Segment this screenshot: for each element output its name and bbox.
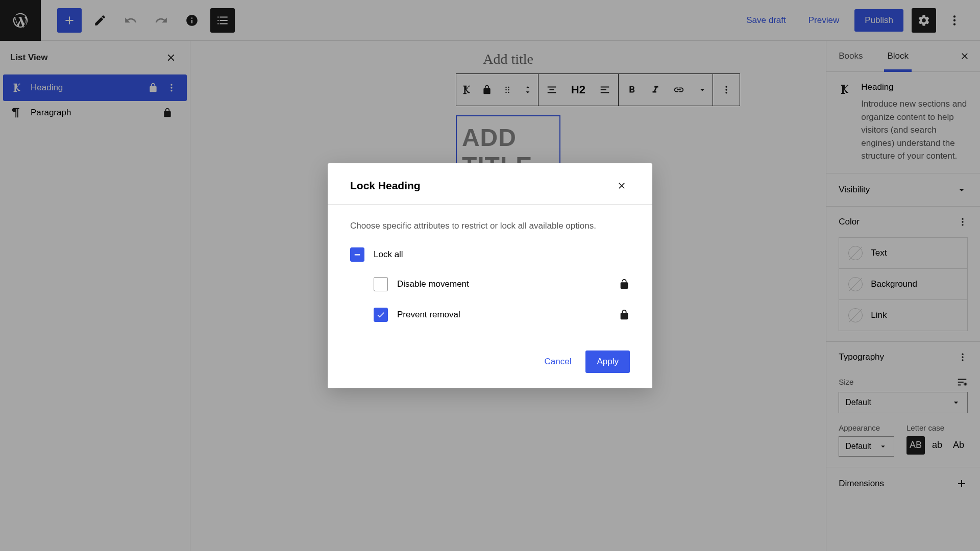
lock-icon <box>619 309 630 320</box>
disable-movement-checkbox[interactable] <box>374 277 388 291</box>
modal-backdrop: Lock Heading Choose specific attributes … <box>0 0 980 551</box>
modal-footer: Cancel Apply <box>328 350 652 388</box>
svg-rect-21 <box>355 254 360 255</box>
indeterminate-icon <box>353 250 362 259</box>
apply-button[interactable]: Apply <box>585 350 630 373</box>
disable-movement-label: Disable movement <box>397 279 609 289</box>
modal-title: Lock Heading <box>350 180 421 192</box>
check-icon <box>376 310 385 319</box>
modal-desc: Choose specific attributes to restrict o… <box>350 221 630 231</box>
modal-body: Choose specific attributes to restrict o… <box>328 205 652 350</box>
lock-all-label: Lock all <box>374 249 403 260</box>
disable-movement-row: Disable movement <box>350 277 630 291</box>
lock-all-row: Lock all <box>350 247 630 262</box>
cancel-button[interactable]: Cancel <box>541 350 576 373</box>
modal-close-button[interactable] <box>614 178 630 194</box>
modal-header: Lock Heading <box>328 163 652 205</box>
close-icon <box>617 181 627 191</box>
lock-all-checkbox[interactable] <box>350 247 364 262</box>
prevent-removal-label: Prevent removal <box>397 310 609 320</box>
unlock-icon <box>619 279 630 290</box>
lock-modal: Lock Heading Choose specific attributes … <box>328 163 652 388</box>
prevent-removal-checkbox[interactable] <box>374 308 388 322</box>
prevent-removal-row: Prevent removal <box>350 308 630 322</box>
